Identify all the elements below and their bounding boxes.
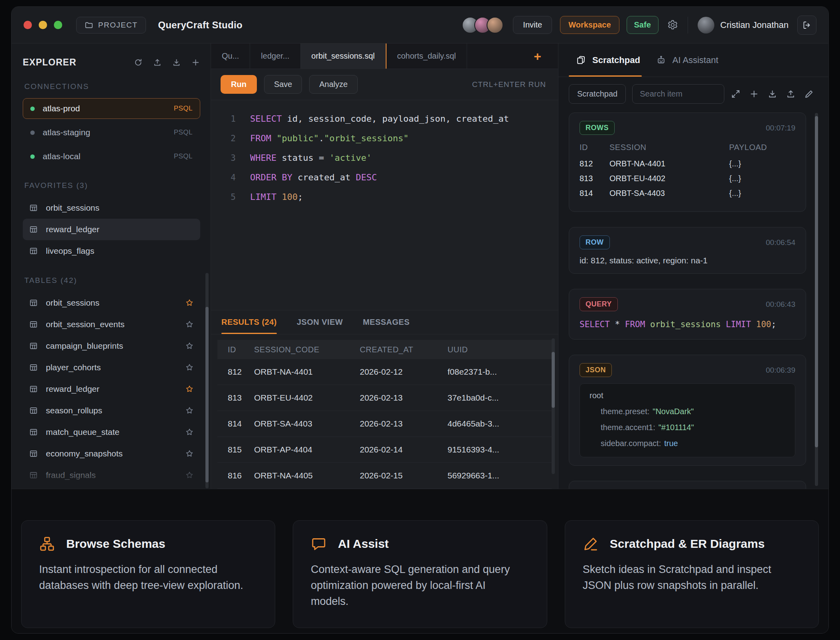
table-item[interactable]: orbit_sessions: [23, 292, 200, 314]
table-item[interactable]: match_queue_state: [23, 421, 200, 443]
user-avatar: [698, 17, 714, 34]
table-item[interactable]: economy_snapshots: [23, 443, 200, 464]
scratchpad-card[interactable]: ROW00:06:54id: 812, status: active, regi…: [569, 227, 806, 274]
favorite-item[interactable]: reward_ledger: [23, 219, 200, 240]
connection-row[interactable]: atlas-stagingPSQL: [23, 122, 200, 143]
scratchpad-card[interactable]: QUERY00:06:43SELECT * FROM orbit_session…: [569, 289, 806, 340]
gear-icon[interactable]: [667, 20, 678, 30]
table-item[interactable]: fraud_signals: [23, 464, 200, 486]
feature-header: AI Assist: [311, 536, 529, 552]
sidebar-scrollbar-thumb[interactable]: [205, 307, 209, 482]
expand-icon[interactable]: [731, 89, 741, 99]
connection-row[interactable]: atlas-prodPSQL: [23, 98, 200, 119]
download-icon[interactable]: [767, 89, 777, 99]
star-icon[interactable]: [185, 406, 194, 415]
code-text: ORDER BY created_at DESC: [250, 172, 377, 182]
download-icon[interactable]: [172, 58, 181, 67]
star-icon[interactable]: [185, 342, 194, 350]
panel-scrollbar-thumb[interactable]: [815, 116, 818, 447]
results-tab[interactable]: MESSAGES: [363, 310, 410, 334]
results-table-header: IDSESSION_CODECREATED_ATUUID: [217, 340, 552, 359]
scratchpad-card[interactable]: JSON00:06:39roottheme.preset:"NovaDark"t…: [569, 355, 806, 466]
run-button[interactable]: Run: [221, 75, 257, 94]
results-scrollbar-thumb[interactable]: [552, 352, 555, 408]
results-row[interactable]: 814ORBT-SA-44032026-02-134d6465ab-3...: [217, 411, 552, 437]
code-text: WHERE status = 'active': [250, 153, 372, 163]
edit-icon[interactable]: [804, 89, 814, 99]
results-column-header: SESSION_CODE: [254, 345, 360, 354]
table-name: campaign_blueprints: [46, 341, 123, 351]
invite-button[interactable]: Invite: [513, 16, 552, 34]
tab-scratchpad[interactable]: Scratchpad: [576, 43, 640, 77]
favorite-item[interactable]: liveops_flags: [23, 240, 200, 262]
table-name: match_queue_state: [46, 427, 119, 437]
project-button[interactable]: PROJECT: [76, 17, 146, 34]
robot-icon: [656, 55, 666, 65]
scratchpad-filter-select[interactable]: Scratchpad: [569, 84, 626, 104]
table-item[interactable]: reward_ledger: [23, 378, 200, 400]
tables-list: orbit_sessionsorbit_session_eventscampai…: [23, 292, 200, 486]
editor-tab[interactable]: cohorts_daily.sql: [386, 43, 467, 69]
results-tab[interactable]: JSON VIEW: [297, 310, 343, 334]
star-icon[interactable]: [185, 298, 194, 307]
new-tab-button[interactable]: +: [534, 50, 541, 63]
tab-ai-assistant[interactable]: AI Assistant: [656, 43, 718, 77]
editor-tab[interactable]: orbit_sessions.sql: [301, 43, 386, 69]
mini-cell: {...}: [729, 174, 795, 183]
json-entry: theme.accent1:"#101114": [590, 423, 785, 432]
mini-cell: 814: [580, 189, 609, 198]
mini-column-header: SESSION: [609, 143, 729, 152]
star-icon[interactable]: [185, 449, 194, 458]
add-icon[interactable]: [191, 58, 200, 67]
star-icon[interactable]: [185, 320, 194, 329]
upload-icon[interactable]: [153, 58, 162, 67]
mini-column-header: ID: [580, 143, 609, 152]
code-line: 4ORDER BY created_at DESC: [211, 168, 558, 187]
copy-icon: [576, 55, 586, 65]
results-cell: ORBT-NA-4401: [254, 367, 360, 377]
scratchpad-card[interactable]: SQL00:06:21UPDATE liveops_flagsSET enabl…: [569, 481, 806, 489]
save-button[interactable]: Save: [264, 75, 302, 94]
editor-tab[interactable]: Qu...: [211, 43, 250, 69]
star-icon[interactable]: [185, 385, 194, 393]
results-row[interactable]: 813ORBT-EU-44022026-02-1337e1ba0d-c...: [217, 385, 552, 411]
close-button[interactable]: [24, 21, 32, 29]
table-item[interactable]: campaign_blueprints: [23, 335, 200, 357]
minimize-button[interactable]: [39, 21, 47, 29]
search-input[interactable]: [632, 84, 724, 104]
user-menu[interactable]: Cristian Jonathan: [698, 17, 789, 34]
results-tab[interactable]: RESULTS (24): [221, 310, 277, 334]
refresh-icon[interactable]: [134, 58, 143, 67]
results-cell: 814: [228, 419, 254, 429]
favorite-name: orbit_sessions: [46, 203, 99, 213]
results-row[interactable]: 812ORBT-NA-44012026-02-12f08e2371-b...: [217, 359, 552, 385]
zoom-button[interactable]: [54, 21, 62, 29]
analyze-button[interactable]: Analyze: [309, 75, 357, 94]
favorite-item[interactable]: orbit_sessions: [23, 197, 200, 219]
code-line: 5LIMIT 100;: [211, 187, 558, 207]
table-item[interactable]: season_rollups: [23, 400, 200, 421]
results-cell: 2026-02-15: [360, 471, 448, 480]
logout-button[interactable]: [797, 16, 816, 35]
table-item[interactable]: player_cohorts: [23, 357, 200, 378]
add-card-icon[interactable]: [749, 89, 759, 99]
workspace-badge[interactable]: Workspace: [560, 16, 619, 34]
star-icon[interactable]: [185, 363, 194, 372]
feature-card: Browse SchemasInstant introspection for …: [21, 520, 275, 628]
connection-row[interactable]: atlas-localPSQL: [23, 146, 200, 167]
scratchpad-card[interactable]: ROWS00:07:19IDSESSIONPAYLOAD812ORBT-NA-4…: [569, 113, 806, 212]
code-text: FROM "public"."orbit_sessions": [250, 133, 408, 143]
results-row[interactable]: 815ORBT-AP-44042026-02-1491516393-4...: [217, 437, 552, 463]
tab-scratchpad-label: Scratchpad: [592, 55, 640, 65]
upload-icon[interactable]: [786, 89, 796, 99]
code-line: 1SELECT id, session_code, payload_json, …: [211, 109, 558, 128]
schema-icon: [39, 536, 55, 552]
editor-tab[interactable]: ledger...: [250, 43, 300, 69]
sql-editor[interactable]: 1SELECT id, session_code, payload_json, …: [211, 100, 558, 310]
results-cell: 812: [228, 367, 254, 377]
results-row[interactable]: 816ORBT-NA-44052026-02-1556929663-1...: [217, 463, 552, 489]
editor-tabs: Qu...ledger...orbit_sessions.sqlcohorts_…: [211, 43, 467, 69]
star-icon[interactable]: [185, 428, 194, 437]
table-item[interactable]: orbit_session_events: [23, 314, 200, 335]
star-icon[interactable]: [185, 471, 194, 480]
